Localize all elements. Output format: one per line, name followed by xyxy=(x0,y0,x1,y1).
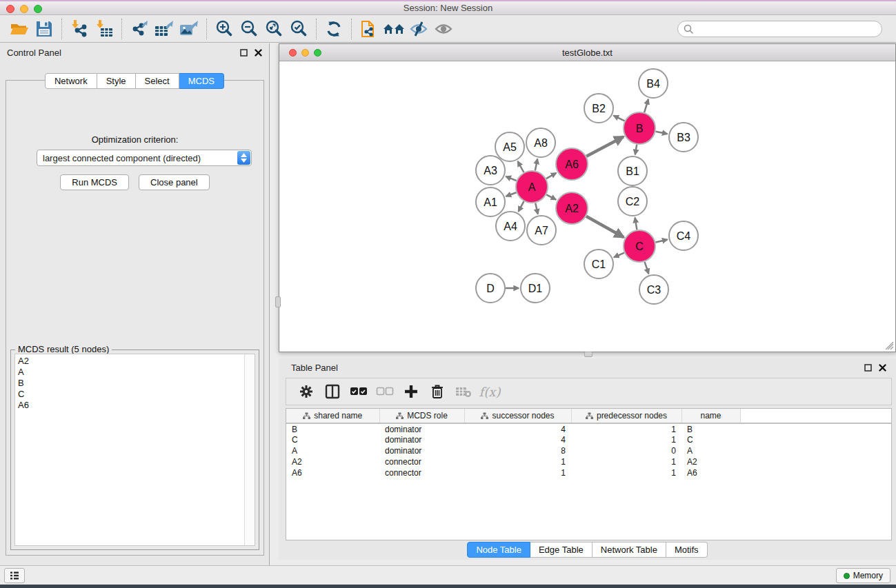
tab-edge-table[interactable]: Edge Table xyxy=(530,542,593,558)
result-item[interactable]: B xyxy=(18,378,241,389)
edge-B-B4[interactable] xyxy=(644,99,648,112)
table-row[interactable]: Bdominator41B xyxy=(286,423,891,434)
minimize-window-button[interactable] xyxy=(20,5,28,13)
node-A7[interactable]: A7 xyxy=(527,216,556,245)
node-C[interactable]: C xyxy=(624,230,655,262)
control-tab-select[interactable]: Select xyxy=(136,73,179,89)
table-row[interactable]: Adominator80A xyxy=(286,445,891,456)
column-header-MCDS-role[interactable]: MCDS role xyxy=(379,409,464,423)
close-window-button[interactable] xyxy=(6,5,14,13)
node-A4[interactable]: A4 xyxy=(496,212,525,241)
table-cell[interactable]: A2 xyxy=(681,456,740,467)
column-header-successor-nodes[interactable]: successor nodes xyxy=(464,409,571,423)
control-tab-network[interactable]: Network xyxy=(45,73,97,89)
node-table[interactable]: shared nameMCDS rolesuccessor nodesprede… xyxy=(286,408,892,540)
result-item[interactable]: A2 xyxy=(18,356,241,367)
mcds-result-list[interactable]: A2ABCA6 xyxy=(14,354,255,546)
criterion-dropdown[interactable]: largest connected component (directed) xyxy=(37,150,252,166)
edge-A-A1[interactable] xyxy=(506,192,517,196)
table-cell[interactable]: 4 xyxy=(464,423,571,434)
column-header-predecessor-nodes[interactable]: predecessor nodes xyxy=(571,409,681,423)
hide-selected-button[interactable] xyxy=(406,18,431,40)
node-C2[interactable]: C2 xyxy=(618,187,647,216)
edge-A-A4[interactable] xyxy=(519,201,524,212)
apply-layout-button[interactable] xyxy=(321,18,346,40)
node-C1[interactable]: C1 xyxy=(584,250,613,278)
node-D[interactable]: D xyxy=(476,274,505,303)
table-cell[interactable]: connector xyxy=(379,456,464,467)
table-cell[interactable]: A6 xyxy=(286,467,379,478)
node-D1[interactable]: D1 xyxy=(521,274,550,303)
close-panel-icon[interactable] xyxy=(879,364,886,372)
network-graph[interactable]: B4B2BB3B1A5A8A6A3AA1C2A2A4A7CC4C1C3DD1 xyxy=(279,61,895,352)
column-header-shared-name[interactable]: shared name xyxy=(286,409,379,423)
table-cell[interactable]: A xyxy=(681,445,740,456)
run-mcds-button[interactable]: Run MCDS xyxy=(60,174,129,190)
edge-A6-B[interactable] xyxy=(586,136,624,156)
table-cell[interactable]: A6 xyxy=(681,467,740,478)
table-cell[interactable]: 1 xyxy=(571,467,681,478)
node-B3[interactable]: B3 xyxy=(669,123,698,152)
export-image-button[interactable] xyxy=(177,18,201,40)
table-cell[interactable]: 8 xyxy=(464,445,571,456)
column-header-name[interactable]: name xyxy=(681,409,740,423)
zoom-in-button[interactable] xyxy=(212,18,237,40)
table-cell[interactable]: connector xyxy=(379,467,464,478)
table-cell[interactable]: dominator xyxy=(379,445,464,456)
delete-table-button[interactable] xyxy=(452,381,475,403)
result-item[interactable]: A6 xyxy=(18,400,241,411)
node-A5[interactable]: A5 xyxy=(495,132,524,161)
table-cell[interactable]: 0 xyxy=(571,445,681,456)
table-row[interactable]: Cdominator41C xyxy=(286,434,891,445)
table-body[interactable]: Bdominator41BCdominator41CAdominator80AA… xyxy=(286,423,891,478)
new-network-from-selection-button[interactable] xyxy=(357,18,381,40)
show-all-button[interactable] xyxy=(431,18,456,40)
table-row[interactable]: A2connector11A2 xyxy=(286,456,891,467)
edge-A-A2[interactable] xyxy=(546,194,556,199)
close-network-button[interactable] xyxy=(289,49,297,57)
node-A8[interactable]: A8 xyxy=(526,128,555,157)
edge-A-A5[interactable] xyxy=(518,161,524,172)
open-file-button[interactable] xyxy=(7,18,32,40)
edge-A-A8[interactable] xyxy=(535,159,537,171)
result-item[interactable]: A xyxy=(18,367,241,378)
export-table-button[interactable] xyxy=(152,18,177,40)
window-controls[interactable] xyxy=(6,5,42,13)
table-cell[interactable]: C xyxy=(286,434,379,445)
table-header-row[interactable]: shared nameMCDS rolesuccessor nodesprede… xyxy=(286,409,891,423)
table-cell[interactable]: B xyxy=(681,423,740,434)
table-cell[interactable]: 1 xyxy=(571,423,681,434)
table-settings-button[interactable] xyxy=(295,381,318,403)
tab-node-table[interactable]: Node Table xyxy=(467,542,530,558)
first-neighbors-button[interactable] xyxy=(381,18,406,40)
edge-B-B1[interactable] xyxy=(635,145,637,155)
close-panel-icon[interactable] xyxy=(255,49,262,57)
node-B[interactable]: B xyxy=(624,112,655,144)
global-search[interactable] xyxy=(677,21,882,37)
edge-B-B2[interactable] xyxy=(614,116,625,121)
table-cell[interactable]: B xyxy=(286,423,379,434)
table-cell[interactable]: 1 xyxy=(464,467,571,478)
zoom-fit-button[interactable] xyxy=(261,18,286,40)
network-window-controls[interactable] xyxy=(289,49,321,57)
column-layout-button[interactable] xyxy=(321,381,344,403)
table-cell[interactable]: 1 xyxy=(464,456,571,467)
table-cell[interactable]: dominator xyxy=(379,434,464,445)
network-canvas[interactable]: B4B2BB3B1A5A8A6A3AA1C2A2A4A7CC4C1C3DD1 xyxy=(279,61,895,352)
table-cell[interactable]: 1 xyxy=(571,456,681,467)
function-builder-button[interactable]: f(x) xyxy=(478,381,501,403)
resize-grip-icon[interactable] xyxy=(886,342,894,350)
result-scrollbar[interactable] xyxy=(244,354,255,545)
table-cell[interactable]: 4 xyxy=(464,434,571,445)
export-network-button[interactable] xyxy=(127,18,152,40)
float-panel-icon[interactable] xyxy=(240,49,248,57)
show-panels-button[interactable] xyxy=(4,568,25,583)
edge-A-A6[interactable] xyxy=(546,173,557,179)
table-cell[interactable]: dominator xyxy=(379,423,464,434)
import-network-file-button[interactable] xyxy=(67,18,92,40)
table-cell[interactable]: C xyxy=(681,434,740,445)
node-C4[interactable]: C4 xyxy=(669,221,698,250)
left-splitter-handle[interactable] xyxy=(275,296,281,307)
node-A3[interactable]: A3 xyxy=(476,156,505,185)
bottom-splitter-handle[interactable] xyxy=(584,352,593,357)
